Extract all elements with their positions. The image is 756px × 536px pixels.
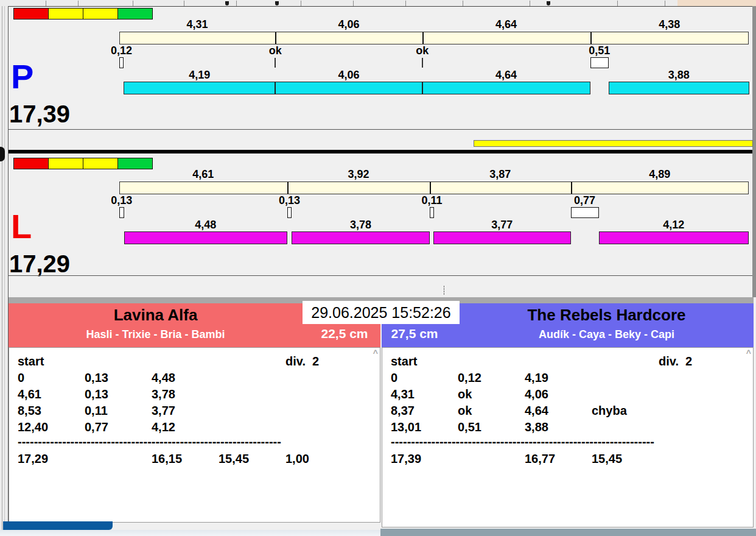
- exchange-marks: [0, 57, 756, 69]
- table-cell: [152, 353, 219, 370]
- toolbar-button-fragment[interactable]: [275, 1, 279, 5]
- table-cell: 16,77: [525, 451, 592, 467]
- table-summary-row: 17,3916,7715,45: [382, 451, 753, 467]
- toolbar-separator: [617, 1, 618, 6]
- exchange-time-box: [287, 207, 292, 218]
- exchange-labels: 0,12okok0,51: [0, 45, 756, 56]
- table-cell: [525, 353, 592, 370]
- table-cell: 4,64: [525, 403, 592, 419]
- table-cell: start: [391, 353, 458, 370]
- table-cell: 17,29: [18, 451, 85, 467]
- results-table[interactable]: ^ startdiv. 200,134,484,610,133,788,530,…: [9, 347, 380, 523]
- table-cell: 4,31: [391, 386, 458, 403]
- table-cell: 4,12: [152, 419, 219, 436]
- table-separator: ----------------------------------------…: [382, 436, 753, 451]
- table-cell: 4,48: [152, 370, 219, 386]
- split-time-label: 3,92: [348, 169, 369, 180]
- table-row: 8,530,113,77: [9, 403, 380, 419]
- run-time-bar: [124, 82, 275, 94]
- scrollbar-up-arrow[interactable]: ^: [373, 350, 378, 357]
- table-cell: 15,45: [592, 451, 659, 467]
- table-cell: 3,78: [152, 386, 219, 403]
- toolbar-button-fragment[interactable]: [225, 1, 229, 5]
- run-time-bar: [609, 82, 749, 94]
- exchange-label: ok: [269, 45, 282, 56]
- run-time-label: 4,06: [338, 69, 359, 80]
- run-time-bar: [292, 231, 429, 244]
- table-cell: [592, 353, 659, 370]
- table-cell: [458, 451, 525, 467]
- lane-underline: [9, 129, 752, 130]
- run-time-label: 3,77: [491, 219, 513, 230]
- running-dog-progress-bar: [474, 140, 753, 147]
- table-cell: start: [18, 353, 85, 370]
- timing-app-window: 4,314,064,644,38 0,12okok0,51 4,194,064,…: [0, 0, 756, 536]
- toolbar-separator: [353, 1, 354, 6]
- lane-display-L: 4,613,923,874,89 0,130,130,110,77 4,483,…: [0, 156, 756, 284]
- table-cell: 16,15: [152, 451, 219, 467]
- start-light: [48, 158, 83, 169]
- table-cell: 0,11: [85, 403, 152, 419]
- table-cell: 12,40: [18, 419, 85, 436]
- table-row: 12,400,774,12: [9, 419, 380, 436]
- table-cell: [458, 353, 525, 370]
- exchange-label: 0,12: [111, 45, 132, 56]
- cropped-toolbar: [0, 0, 677, 6]
- team-members: Hasli - Trixie - Bria - Bambi: [9, 328, 303, 341]
- start-lights: [13, 158, 152, 169]
- top-right-panel-fragment: [677, 0, 756, 6]
- segment-divider: [571, 182, 572, 194]
- table-cell: 4,06: [525, 386, 592, 403]
- run-bar-labels: 4,483,783,774,12: [0, 219, 756, 230]
- scrollbar-up-arrow[interactable]: ^: [746, 350, 751, 357]
- table-cell: [659, 451, 753, 467]
- results-table[interactable]: ^ startdiv. 200,124,194,31ok4,068,37ok4,…: [382, 347, 754, 527]
- fault-bar-labels: 4,314,064,644,38: [0, 19, 756, 30]
- table-cell: 8,37: [391, 403, 458, 419]
- table-header-row: startdiv. 2: [9, 353, 380, 370]
- exchange-labels: 0,130,130,110,77: [0, 195, 756, 206]
- table-cell: 3,77: [152, 403, 219, 419]
- table-cell: [592, 386, 659, 403]
- bottom-left-strip: [0, 530, 380, 536]
- table-cell: [285, 386, 380, 403]
- split-time-label: 4,61: [192, 169, 214, 180]
- split-time-label: 4,64: [495, 19, 517, 30]
- run-time-label: 4,64: [495, 69, 517, 80]
- table-cell: [219, 403, 285, 419]
- table-summary-row: 17,2916,1515,451,00: [9, 451, 380, 467]
- start-light: [48, 8, 83, 19]
- toolbar-button-fragment[interactable]: [547, 1, 550, 5]
- jump-height-label: 27,5 cm: [383, 326, 446, 341]
- table-cell: 0,77: [85, 419, 152, 436]
- table-separator: ----------------------------------------…: [9, 436, 380, 451]
- exchange-label: 0,77: [574, 195, 595, 206]
- start-lights: [13, 8, 152, 19]
- table-cell: [659, 419, 753, 436]
- exchange-label: 0,13: [279, 195, 300, 206]
- run-time-bar: [599, 231, 749, 244]
- table-cell: 8,53: [18, 403, 85, 419]
- table-row: 13,010,513,88: [382, 419, 753, 436]
- table-cell: [85, 353, 152, 370]
- table-cell: [592, 419, 659, 436]
- lane-letter: L: [11, 210, 32, 244]
- table-cell: div. 2: [659, 353, 753, 370]
- split-time-label: 4,06: [338, 19, 359, 30]
- toolbar-separator: [78, 1, 79, 6]
- split-time-label: 3,87: [489, 169, 511, 180]
- toolbar-separator: [133, 1, 133, 6]
- exchange-time-box: [590, 57, 609, 68]
- segment-divider: [590, 32, 592, 44]
- table-row: 00,124,19: [382, 370, 753, 386]
- table-cell: [659, 386, 753, 403]
- exchange-time-box: [119, 207, 124, 218]
- table-cell: 3,88: [525, 419, 592, 436]
- table-cell: 0,13: [85, 386, 152, 403]
- table-cell: 1,00: [285, 451, 380, 467]
- start-light: [13, 8, 49, 19]
- table-cell: 17,39: [391, 451, 458, 467]
- team-name: The Rebels Hardcore: [460, 305, 754, 325]
- split-time-label: 4,89: [649, 169, 670, 180]
- exchange-label: 0,13: [111, 195, 132, 206]
